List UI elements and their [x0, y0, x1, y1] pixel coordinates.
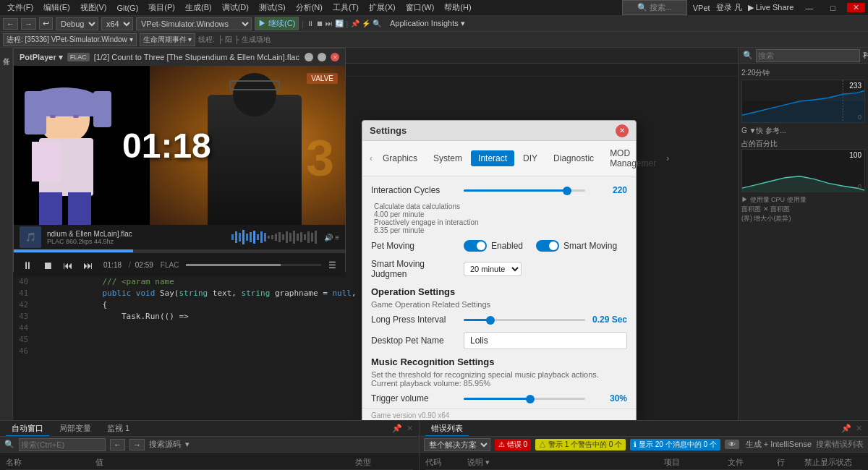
- enabled-toggle[interactable]: [464, 240, 487, 252]
- tab-interact[interactable]: Interact: [471, 150, 514, 166]
- player-close-btn[interactable]: ✕: [331, 53, 339, 61]
- search-dropdown[interactable]: ▾: [185, 440, 190, 449]
- tab-watch1[interactable]: 监视 1: [101, 422, 135, 435]
- location-selector[interactable]: ├ 阳 ├ 生成场地: [218, 35, 271, 45]
- desktop-pet-input[interactable]: [464, 332, 627, 349]
- player-icons[interactable]: 🔊 ≡: [324, 234, 339, 242]
- platform-select[interactable]: x64: [101, 17, 133, 30]
- tab-diy[interactable]: DIY: [516, 150, 545, 166]
- menu-help[interactable]: 帮助(H): [440, 1, 475, 14]
- right-panel-search[interactable]: [756, 49, 860, 62]
- menu-edit[interactable]: 编辑(E): [39, 1, 75, 14]
- chart-cpu-label: G ▼快 参考...: [741, 126, 865, 136]
- menu-analyze[interactable]: 分析(N): [292, 1, 327, 14]
- player-titlebar[interactable]: PotPlayer ▾ FLAC [1/2] Count to Three [T…: [14, 48, 345, 66]
- error-list-panel: 错误列表 📌 ✕ 整个解决方案 ⚠ 错误 0 △ 警示 1 个警告中的 0 个 …: [420, 421, 868, 470]
- svg-rect-7: [257, 234, 259, 240]
- tab-diagnostic[interactable]: Diagnostic: [546, 150, 601, 166]
- media-player-window: PotPlayer ▾ FLAC [1/2] Count to Three [T…: [13, 48, 346, 272]
- trigger-volume-slider[interactable]: [464, 398, 585, 400]
- menu-test[interactable]: 测试(S): [255, 1, 290, 14]
- slider-thumb-cycles[interactable]: [563, 187, 571, 195]
- eye-badge[interactable]: 👁: [725, 440, 739, 449]
- play-pause-btn[interactable]: ⏸: [20, 258, 35, 273]
- warning-badge[interactable]: △ 警示 1 个警告中的 0 个: [535, 439, 626, 450]
- error-badge[interactable]: ⚠ 错误 0: [495, 439, 531, 450]
- live-share-btn[interactable]: ▶ Live Share: [748, 3, 794, 12]
- player-video-area: 3 VALVE 01:18: [14, 66, 345, 225]
- panel-close-btn2[interactable]: ✕: [407, 424, 413, 433]
- tab-locals[interactable]: 局部变量: [54, 422, 97, 435]
- close-btn[interactable]: ✕: [847, 3, 865, 12]
- menu-debug[interactable]: 调试(D): [218, 1, 253, 14]
- minimize-btn[interactable]: —: [799, 4, 819, 12]
- menu-build[interactable]: 生成(B): [181, 1, 216, 14]
- svg-rect-2: [239, 233, 241, 242]
- svg-rect-18: [297, 234, 299, 241]
- tab-error-list[interactable]: 错误列表: [425, 422, 469, 436]
- settings-tab-arrow-left[interactable]: ‹: [368, 152, 374, 165]
- menu-window[interactable]: 窗口(W): [401, 1, 439, 14]
- error-panel-pin-btn[interactable]: 📌: [841, 424, 851, 433]
- life-events-btn[interactable]: 生命周期事件 ▾: [140, 33, 196, 46]
- back-button[interactable]: ←: [3, 18, 18, 30]
- desktop-pet-label: Desktop Pet Name: [371, 336, 458, 346]
- player-progress-bar[interactable]: [14, 249, 345, 252]
- continue-button[interactable]: ▶ 继续(C): [255, 17, 299, 30]
- player-current-time: 01:18: [103, 261, 122, 269]
- panel-title: 种: [863, 50, 868, 61]
- menu-extensions[interactable]: 扩展(X): [365, 1, 400, 14]
- info-badge[interactable]: ℹ 显示 20 个消息中的 0 个: [630, 439, 720, 450]
- search-icon: 🔍: [743, 51, 753, 60]
- forward-button[interactable]: →: [21, 18, 36, 30]
- player-minimize-btn[interactable]: —: [305, 53, 313, 61]
- toolbar-misc[interactable]: ↩: [39, 17, 53, 30]
- menu-file[interactable]: 文件(F): [3, 1, 38, 14]
- process-selector[interactable]: 进程: [35336] VPet-Simulator.Window ▾: [3, 33, 137, 46]
- debug-config-select[interactable]: Debug: [56, 17, 98, 30]
- menu-view[interactable]: 视图(V): [76, 1, 111, 14]
- tab-graphics[interactable]: Graphics: [375, 150, 425, 166]
- nav-back-btn[interactable]: ←: [110, 439, 125, 450]
- panel-pin-btn[interactable]: 📌: [392, 424, 402, 433]
- settings-tab-arrow-right[interactable]: ›: [665, 152, 671, 165]
- error-panel-close-btn[interactable]: ✕: [856, 424, 862, 433]
- search-errors[interactable]: 搜索错误列表: [816, 439, 864, 450]
- search-box[interactable]: 🔍 搜索...: [622, 0, 687, 15]
- long-press-row: Long Press Interval 0.29 Sec: [371, 315, 627, 325]
- target-select[interactable]: VPet-Simulator.Windows: [136, 17, 252, 30]
- trigger-volume-label: Trigger volume: [371, 393, 458, 403]
- menu-project[interactable]: 项目(P): [144, 1, 179, 14]
- player-volume-slider[interactable]: [186, 264, 321, 266]
- svg-rect-9: [264, 233, 266, 242]
- smart-moving-toggle[interactable]: [536, 240, 559, 252]
- settings-close-btn[interactable]: ✕: [616, 124, 629, 137]
- interaction-cycles-slider[interactable]: [464, 189, 585, 192]
- slider-thumb-trigger[interactable]: [526, 395, 535, 403]
- generate-intellisense[interactable]: 生成 + IntelliSense: [746, 439, 812, 450]
- menu-tools[interactable]: 工具(T): [328, 1, 363, 14]
- menu-git[interactable]: Git(G): [112, 2, 142, 14]
- app-insights-btn[interactable]: Application Insights ▾: [390, 19, 465, 28]
- user-login[interactable]: 登录 凡: [716, 2, 742, 13]
- stop-btn[interactable]: ⏹: [40, 258, 56, 273]
- smart-judgment-select[interactable]: 20 minute: [464, 262, 522, 276]
- search-source-btn[interactable]: 搜索源码: [149, 439, 181, 450]
- tab-system[interactable]: System: [426, 150, 469, 166]
- auto-panel-toolbar: 🔍 ← → 搜索源码 ▾: [0, 437, 419, 453]
- prev-btn[interactable]: ⏮: [60, 258, 76, 273]
- solution-select[interactable]: 整个解决方案: [424, 438, 490, 451]
- tab-mod[interactable]: MOD Managemer: [603, 145, 663, 171]
- activity-sidebar: 任务: [0, 48, 13, 420]
- operation-settings-desc: Game Operation Related Settings: [371, 300, 627, 309]
- maximize-btn[interactable]: □: [825, 4, 841, 12]
- auto-search-input[interactable]: [19, 438, 106, 451]
- slider-thumb-longpress[interactable]: [486, 316, 495, 325]
- sidebar-task[interactable]: 任务: [0, 48, 13, 56]
- next-btn[interactable]: ⏭: [80, 258, 96, 273]
- player-settings-btn[interactable]: ☰: [326, 259, 339, 272]
- tab-auto-window[interactable]: 自动窗口: [6, 422, 49, 436]
- player-maximize-btn[interactable]: □: [318, 53, 326, 61]
- nav-forward-btn[interactable]: →: [129, 439, 145, 450]
- long-press-slider[interactable]: [464, 319, 585, 321]
